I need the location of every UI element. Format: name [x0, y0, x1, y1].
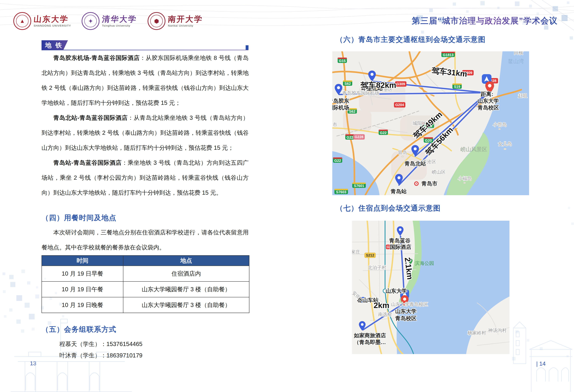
route-body: ：从胶东国际机场乘坐地铁 8 号线（青岛北站方向）到达青岛北站，转乘地铁 3 号…: [41, 55, 249, 106]
meal-table-header-place: 地点: [123, 256, 249, 266]
nankai-university-seal-icon: ⬢: [148, 12, 165, 30]
logo-nankai-university: ⬢ 南开大学 Nankai University: [148, 12, 203, 30]
pixel-decoration-square: [35, 294, 39, 298]
map1-aoshan-bay-label: 鳌山湾: [508, 58, 524, 64]
route-lead: 青岛胶东机场-青岛蓝谷国际酒店: [53, 55, 140, 61]
pixel-decoration-square: [544, 25, 548, 30]
pixel-decoration-square: [44, 278, 46, 280]
logo-cn-name: 清华大学: [102, 15, 137, 23]
section-4-title: （四）用餐时间及地点: [41, 213, 116, 223]
logo-cn-name: 山东大学: [33, 15, 71, 23]
map2-hotel-label-line1: 青岛蓝谷: [389, 238, 410, 244]
pixel-decoration-square: [59, 303, 62, 306]
tsinghua-university-seal-icon: ✦: [82, 12, 100, 30]
map2-nanxuancun-label: 南选村: [378, 312, 392, 317]
map1-dest-label-line2: 青岛校区: [477, 105, 499, 110]
road-shield: G15: [339, 59, 346, 63]
subway-paragraph-2: 青岛北站-青岛蓝谷国际酒店：从青岛北站乘坐地铁 3 号线（青岛站方向）到达李村站…: [41, 110, 249, 155]
pixel-decoration-square: [417, 15, 423, 21]
meal-place: 山东大学曦园餐厅 3 楼（自助餐）: [123, 297, 249, 313]
road-shield: G309: [396, 82, 405, 86]
subway-paragraph-1: 青岛胶东机场-青岛蓝谷国际酒店：从胶东国际机场乘坐地铁 8 号线（青岛北站方向）…: [41, 50, 249, 110]
map1-tianheng-label: 田横: [514, 51, 523, 55]
document-page: ▲ 山东大学 SHANDONG UNIVERSITY ✦ 清华大学 Tsingh…: [0, 0, 574, 392]
route-lead: 青岛站-青岛蓝谷国际酒店: [53, 159, 122, 166]
pixel-decoration-square: [522, 21, 526, 25]
pixel-decoration-square: [497, 7, 499, 9]
map2-dest-map-label: 山东大学青岛校区: [391, 302, 428, 307]
map-hotel-to-venue: S212 G22 青岛蓝谷 国际酒店 滨海公园 山东大学 岙山车站 安街 昌家庄: [352, 221, 510, 354]
pixel-decoration-square: [21, 269, 25, 273]
map2-rujia-label-line1: 如家商旅酒店: [354, 332, 386, 338]
pixel-decoration-square: [9, 275, 14, 279]
badge-underline-cap: [246, 45, 248, 50]
logo-en-name: Tsinghua University: [102, 24, 137, 27]
road-shield: S7601: [354, 184, 364, 188]
pixel-decoration-square: [56, 328, 58, 330]
map1-laoshan-district-label: 崂山区: [432, 169, 446, 175]
pixel-decoration-square: [9, 309, 13, 312]
section-4-intro: 本次研讨会期间，三餐地点分别在住宿酒店和学校进行，请各位代表留意用餐地点。其中在…: [41, 225, 249, 255]
conference-title: 第三届“城市治理与政治发展”学术会议: [412, 15, 558, 26]
meal-table: 时间 地点 10 月 19 日早餐 住宿酒店内 10 月 19 日午餐 山东大学…: [41, 255, 249, 313]
meal-place: 住宿酒店内: [123, 266, 249, 281]
road-shield: S7603: [336, 190, 346, 194]
pixel-decoration-square: [2, 272, 5, 275]
pixel-decoration-square: [27, 281, 30, 285]
road-shield: G22: [347, 135, 353, 139]
badge-underline: [41, 50, 248, 50]
meal-time: 10 月 19 日早餐: [42, 266, 123, 281]
pixel-decoration-square: [16, 319, 21, 324]
pixel-decoration-square: [453, 2, 456, 6]
map1-airport-label-line2: 国际机场: [332, 105, 349, 110]
pixel-decoration-square: [570, 36, 573, 40]
pixel-decoration-square: [567, 1, 569, 4]
map2-distance-2km-label: 2km: [374, 301, 389, 310]
pixel-decoration-square: [527, 339, 529, 342]
road-shield: S19: [454, 85, 460, 89]
map2-yangjialingcun-label: 杨家岭村: [468, 330, 486, 335]
pixel-decoration-square: [4, 315, 6, 318]
map1-drive-82km-label: 驾车82km: [360, 81, 396, 89]
pixel-decoration-square: [41, 306, 44, 309]
meal-place: 山东大学曦园餐厅 3 楼（自助餐）: [123, 282, 249, 297]
section-7-title: （七）住宿点到会场交通示意图: [336, 203, 441, 213]
map1-partial-city-label: 州市: [332, 122, 337, 127]
map1-xiaofu-island-label: 小福岛: [458, 176, 472, 181]
watermark-gate-sketch: [3, 314, 143, 392]
map2-beipozicun-label: 北泊子村: [368, 265, 386, 270]
meal-table-header-row: 时间 地点: [42, 256, 249, 266]
road-shield-s212: S212: [365, 253, 376, 258]
meal-time: 10 月 19 日晚餐: [42, 297, 123, 313]
pixel-decoration-square: [454, 21, 457, 23]
pixel-decoration-square: [16, 295, 22, 301]
pixel-decoration-square: [439, 17, 444, 22]
pixel-decoration-square: [515, 330, 519, 333]
map1-ganju-label: 赶咀: [518, 93, 527, 98]
road-shield: G1813: [443, 53, 453, 57]
pixel-decoration-square: [480, 1, 485, 5]
meal-table-header-time: 时间: [42, 256, 123, 266]
pixel-decoration-square: [3, 290, 6, 293]
pixel-decoration-square: [21, 330, 24, 333]
logo-tsinghua-university: ✦ 清华大学 Tsinghua University: [82, 12, 137, 30]
pixel-decoration-square: [512, 357, 515, 360]
map2-metro-station-label: 山东大学: [386, 288, 407, 294]
logo-shandong-university: ▲ 山东大学 SHANDONG UNIVERSITY: [13, 12, 71, 30]
pixel-decoration-square: [29, 314, 35, 319]
map1-airport-label-line1: 青岛胶东: [332, 98, 349, 104]
pixel-decoration-square: [25, 303, 30, 308]
pixel-decoration-square: [568, 207, 570, 209]
subway-section-badge: 地 铁: [41, 40, 68, 50]
svg-text:S212: S212: [366, 253, 374, 257]
section-6-title: （六）青岛市主要交通枢纽到会场交通示意图: [336, 35, 486, 44]
road-shield: G228: [355, 135, 364, 139]
logo-en-name: SHANDONG UNIVERSITY: [34, 24, 71, 27]
map1-laoshan-scenic-label: 崂山风景区: [460, 146, 487, 152]
meal-time: 10 月 19 日午餐: [42, 282, 123, 297]
qingdao-city-marker-icon: [415, 182, 418, 186]
subway-paragraph-3: 青岛站-青岛蓝谷国际酒店：乘坐地铁 3 号线（青岛北站）方向到达五四广场站，乘坐…: [41, 155, 249, 200]
pixel-decoration-square: [66, 271, 68, 273]
map1-dest-label-line1: 山东大学: [478, 98, 499, 104]
route-lead: 青岛北站-青岛蓝谷国际酒店: [53, 114, 128, 121]
